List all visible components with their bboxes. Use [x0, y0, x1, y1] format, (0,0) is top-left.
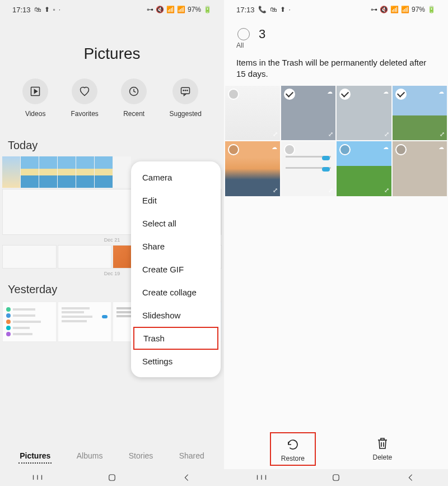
vpn-icon: ⊶ [147, 6, 153, 13]
trash-item[interactable]: ☁ ⤢ [225, 141, 280, 196]
status-bar: 17:13 🛍 ⬆ ▫ · ⊶ 🔇 📶 📶 97% 🔋 [0, 0, 224, 17]
select-all-checkbox[interactable] [237, 28, 250, 40]
expand-icon[interactable]: ⤢ [328, 131, 333, 138]
thumbnail[interactable] [58, 156, 76, 188]
page-title: Pictures [0, 45, 224, 63]
tab-shared[interactable]: Shared [178, 449, 206, 464]
thumbnail[interactable] [2, 302, 57, 342]
item-checkbox[interactable] [228, 144, 239, 155]
menu-camera[interactable]: Camera [131, 166, 221, 189]
phone-right-trash: 17:13 📞 🛍 ⬆ · ⊶ 🔇 📶 📶 97% 🔋 3 All Items … [224, 0, 448, 486]
menu-create-collage[interactable]: Create collage [131, 281, 221, 304]
svg-rect-15 [333, 475, 339, 481]
trash-item[interactable]: ☁ [393, 141, 447, 196]
thumbnail[interactable] [2, 156, 20, 188]
delete-button[interactable]: Delete [362, 432, 402, 466]
trash-grid: ⤢ ☁ ⤢ ☁ ⤢ ☁ ⤢ ☁ ⤢ ⤢ [224, 86, 448, 196]
shop-icon: 🛍 [270, 6, 277, 13]
menu-select-all[interactable]: Select all [131, 212, 221, 235]
nav-home[interactable] [330, 473, 342, 482]
category-recent[interactable]: Recent [121, 78, 147, 118]
trash-notice: Items in the Trash will be permanently d… [224, 49, 448, 86]
item-checkbox[interactable] [228, 89, 239, 100]
thumbnail[interactable] [95, 156, 113, 188]
item-checkbox-checked[interactable] [395, 89, 407, 100]
category-videos[interactable]: Videos [22, 78, 48, 118]
category-favorites[interactable]: Favorites [71, 78, 98, 118]
cloud-icon: ☁ [438, 89, 444, 95]
menu-share[interactable]: Share [131, 235, 221, 258]
upload-icon: ⬆ [44, 6, 50, 13]
battery-percent: 97% [188, 6, 201, 13]
selection-header: 3 [224, 17, 448, 44]
item-checkbox-checked[interactable] [339, 89, 351, 100]
item-checkbox[interactable] [395, 144, 407, 155]
expand-icon[interactable]: ⤢ [440, 131, 445, 138]
image-icon: ▫ [53, 6, 55, 13]
thumbnail[interactable] [2, 245, 57, 269]
nav-bar [224, 469, 448, 486]
select-all-label: All [224, 41, 448, 49]
nav-bar [0, 469, 224, 486]
nav-recents[interactable] [32, 473, 43, 482]
menu-settings[interactable]: Settings [131, 350, 221, 373]
svg-point-4 [185, 90, 185, 91]
expand-icon[interactable]: ⤢ [273, 187, 278, 194]
wifi-icon: 📶 [166, 6, 175, 13]
trash-item[interactable]: ☁ ⤢ [337, 141, 391, 196]
clock-icon [128, 86, 139, 97]
action-bar: Restore Delete [224, 427, 448, 469]
upload-icon: ⬆ [280, 6, 286, 13]
phone-icon: 📞 [258, 6, 267, 13]
thumbnail[interactable] [113, 156, 131, 188]
mute-icon: 🔇 [156, 6, 164, 13]
item-checkbox[interactable] [284, 144, 295, 155]
tab-albums[interactable]: Albums [76, 449, 104, 464]
cloud-icon: ☁ [383, 144, 389, 150]
svg-rect-9 [109, 475, 115, 481]
trash-icon [376, 437, 389, 450]
trash-item[interactable]: ☁ ⤢ [393, 86, 447, 141]
nav-home[interactable] [106, 473, 118, 482]
menu-slideshow[interactable]: Slideshow [131, 304, 221, 327]
thumbnail[interactable] [39, 156, 57, 188]
signal-icon: 📶 [177, 6, 185, 13]
tab-stories[interactable]: Stories [128, 449, 155, 464]
trash-item[interactable]: ☁ ⤢ [337, 86, 391, 141]
status-time: 17:13 [236, 6, 255, 14]
shop-icon: 🛍 [34, 6, 41, 13]
vpn-icon: ⊶ [371, 6, 377, 13]
play-icon [30, 86, 41, 97]
battery-icon: 🔋 [427, 6, 436, 13]
expand-icon[interactable]: ⤢ [273, 131, 278, 138]
expand-icon[interactable]: ⤢ [328, 187, 333, 194]
trash-item[interactable]: ☁ ⤢ [281, 86, 336, 141]
tab-pictures[interactable]: Pictures [18, 449, 52, 464]
nav-back[interactable] [405, 473, 416, 482]
item-checkbox-checked[interactable] [284, 89, 295, 100]
battery-percent: 97% [412, 6, 425, 13]
menu-trash[interactable]: Trash [133, 327, 218, 350]
trash-item[interactable]: ⤢ [225, 86, 280, 141]
overflow-menu: Camera Edit Select all Share Create GIF … [131, 161, 221, 377]
thumbnail[interactable] [76, 156, 94, 188]
cloud-icon: ☁ [383, 89, 389, 95]
cloud-icon: ☁ [327, 89, 333, 95]
expand-icon[interactable]: ⤢ [384, 187, 389, 194]
thumbnail[interactable] [58, 245, 112, 269]
chat-icon [180, 86, 191, 97]
category-suggested[interactable]: Suggested [169, 78, 201, 118]
wifi-icon: 📶 [390, 6, 399, 13]
nav-back[interactable] [181, 473, 192, 482]
expand-icon[interactable]: ⤢ [384, 131, 389, 138]
cloud-icon: ☁ [438, 144, 444, 150]
section-today: Today [0, 133, 224, 156]
item-checkbox[interactable] [339, 144, 351, 155]
thumbnail[interactable] [58, 302, 112, 342]
thumbnail[interactable] [21, 156, 39, 188]
restore-button[interactable]: Restore [270, 432, 316, 466]
menu-edit[interactable]: Edit [131, 189, 221, 212]
trash-item[interactable]: ⤢ [281, 141, 336, 196]
nav-recents[interactable] [256, 473, 267, 482]
menu-create-gif[interactable]: Create GIF [131, 258, 221, 281]
